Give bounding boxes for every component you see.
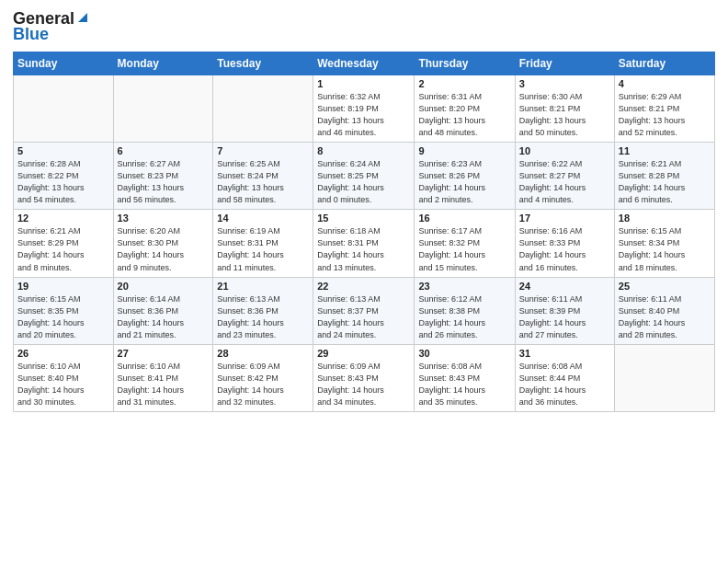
weekday-header-sunday: Sunday — [14, 52, 114, 75]
day-cell: 3Sunrise: 6:30 AM Sunset: 8:21 PM Daylig… — [515, 75, 614, 143]
day-number: 28 — [217, 348, 309, 359]
day-cell: 1Sunrise: 6:32 AM Sunset: 8:19 PM Daylig… — [313, 75, 415, 143]
day-cell — [113, 75, 213, 143]
week-row-4: 19Sunrise: 6:15 AM Sunset: 8:35 PM Dayli… — [14, 277, 715, 344]
day-number: 22 — [317, 281, 410, 292]
day-info: Sunrise: 6:12 AM Sunset: 8:38 PM Dayligh… — [418, 293, 510, 341]
day-info: Sunrise: 6:10 AM Sunset: 8:41 PM Dayligh… — [118, 361, 210, 408]
day-cell: 6Sunrise: 6:27 AM Sunset: 8:23 PM Daylig… — [113, 143, 213, 210]
day-number: 24 — [519, 281, 610, 292]
day-info: Sunrise: 6:22 AM Sunset: 8:27 PM Dayligh… — [519, 158, 610, 206]
day-cell: 26Sunrise: 6:10 AM Sunset: 8:40 PM Dayli… — [14, 344, 114, 411]
day-info: Sunrise: 6:15 AM Sunset: 8:35 PM Dayligh… — [17, 293, 109, 341]
day-info: Sunrise: 6:20 AM Sunset: 8:30 PM Dayligh… — [118, 225, 210, 273]
logo-triangle-icon — [76, 11, 89, 24]
weekday-header-saturday: Saturday — [614, 52, 714, 75]
day-cell — [614, 344, 714, 411]
day-info: Sunrise: 6:29 AM Sunset: 8:21 PM Dayligh… — [619, 91, 711, 139]
day-number: 6 — [118, 145, 210, 156]
day-cell: 22Sunrise: 6:13 AM Sunset: 8:37 PM Dayli… — [313, 277, 415, 344]
week-row-1: 1Sunrise: 6:32 AM Sunset: 8:19 PM Daylig… — [14, 75, 715, 143]
day-info: Sunrise: 6:11 AM Sunset: 8:40 PM Dayligh… — [619, 293, 711, 341]
day-number: 19 — [17, 281, 109, 292]
weekday-header-row: SundayMondayTuesdayWednesdayThursdayFrid… — [14, 52, 715, 75]
day-info: Sunrise: 6:11 AM Sunset: 8:39 PM Dayligh… — [519, 293, 610, 341]
day-info: Sunrise: 6:08 AM Sunset: 8:44 PM Dayligh… — [519, 361, 610, 408]
day-cell: 11Sunrise: 6:21 AM Sunset: 8:28 PM Dayli… — [614, 143, 714, 210]
day-cell: 31Sunrise: 6:08 AM Sunset: 8:44 PM Dayli… — [515, 344, 614, 411]
day-info: Sunrise: 6:24 AM Sunset: 8:25 PM Dayligh… — [317, 158, 410, 206]
day-cell: 8Sunrise: 6:24 AM Sunset: 8:25 PM Daylig… — [313, 143, 415, 210]
day-number: 18 — [619, 213, 711, 224]
weekday-header-wednesday: Wednesday — [313, 52, 415, 75]
week-row-2: 5Sunrise: 6:28 AM Sunset: 8:22 PM Daylig… — [14, 143, 715, 210]
calendar: SundayMondayTuesdayWednesdayThursdayFrid… — [13, 52, 715, 412]
day-cell: 16Sunrise: 6:17 AM Sunset: 8:32 PM Dayli… — [415, 210, 515, 277]
day-info: Sunrise: 6:25 AM Sunset: 8:24 PM Dayligh… — [217, 158, 309, 206]
day-number: 3 — [519, 78, 610, 89]
day-number: 5 — [17, 145, 109, 156]
day-cell: 18Sunrise: 6:15 AM Sunset: 8:34 PM Dayli… — [614, 210, 714, 277]
day-info: Sunrise: 6:19 AM Sunset: 8:31 PM Dayligh… — [217, 225, 309, 273]
day-cell: 27Sunrise: 6:10 AM Sunset: 8:41 PM Dayli… — [113, 344, 213, 411]
day-cell: 9Sunrise: 6:23 AM Sunset: 8:26 PM Daylig… — [415, 143, 515, 210]
day-cell: 19Sunrise: 6:15 AM Sunset: 8:35 PM Dayli… — [14, 277, 114, 344]
day-cell: 12Sunrise: 6:21 AM Sunset: 8:29 PM Dayli… — [14, 210, 114, 277]
weekday-header-monday: Monday — [113, 52, 213, 75]
svg-marker-0 — [78, 13, 87, 22]
day-cell: 23Sunrise: 6:12 AM Sunset: 8:38 PM Dayli… — [415, 277, 515, 344]
day-info: Sunrise: 6:30 AM Sunset: 8:21 PM Dayligh… — [519, 91, 610, 139]
day-info: Sunrise: 6:31 AM Sunset: 8:20 PM Dayligh… — [418, 91, 510, 139]
day-cell: 29Sunrise: 6:09 AM Sunset: 8:43 PM Dayli… — [313, 344, 415, 411]
day-number: 29 — [317, 348, 410, 359]
day-info: Sunrise: 6:23 AM Sunset: 8:26 PM Dayligh… — [418, 158, 510, 206]
day-info: Sunrise: 6:28 AM Sunset: 8:22 PM Dayligh… — [17, 158, 109, 206]
week-row-5: 26Sunrise: 6:10 AM Sunset: 8:40 PM Dayli… — [14, 344, 715, 411]
day-info: Sunrise: 6:10 AM Sunset: 8:40 PM Dayligh… — [17, 361, 109, 408]
day-cell: 25Sunrise: 6:11 AM Sunset: 8:40 PM Dayli… — [614, 277, 714, 344]
day-number: 31 — [519, 348, 610, 359]
day-cell: 4Sunrise: 6:29 AM Sunset: 8:21 PM Daylig… — [614, 75, 714, 143]
day-info: Sunrise: 6:09 AM Sunset: 8:42 PM Dayligh… — [217, 361, 309, 408]
day-info: Sunrise: 6:17 AM Sunset: 8:32 PM Dayligh… — [418, 225, 510, 273]
day-info: Sunrise: 6:21 AM Sunset: 8:29 PM Dayligh… — [17, 225, 109, 273]
day-cell: 17Sunrise: 6:16 AM Sunset: 8:33 PM Dayli… — [515, 210, 614, 277]
day-number: 9 — [418, 145, 510, 156]
day-info: Sunrise: 6:27 AM Sunset: 8:23 PM Dayligh… — [118, 158, 210, 206]
day-cell: 5Sunrise: 6:28 AM Sunset: 8:22 PM Daylig… — [14, 143, 114, 210]
day-cell: 2Sunrise: 6:31 AM Sunset: 8:20 PM Daylig… — [415, 75, 515, 143]
day-number: 16 — [418, 213, 510, 224]
day-cell: 20Sunrise: 6:14 AM Sunset: 8:36 PM Dayli… — [113, 277, 213, 344]
day-number: 10 — [519, 145, 610, 156]
day-cell: 28Sunrise: 6:09 AM Sunset: 8:42 PM Dayli… — [213, 344, 313, 411]
day-cell: 24Sunrise: 6:11 AM Sunset: 8:39 PM Dayli… — [515, 277, 614, 344]
day-number: 15 — [317, 213, 410, 224]
day-number: 11 — [619, 145, 711, 156]
day-number: 4 — [619, 78, 711, 89]
page: General Blue SundayMondayTuesdayWednesda… — [0, 0, 728, 563]
day-number: 20 — [118, 281, 210, 292]
day-number: 14 — [217, 213, 309, 224]
day-info: Sunrise: 6:18 AM Sunset: 8:31 PM Dayligh… — [317, 225, 410, 273]
weekday-header-thursday: Thursday — [415, 52, 515, 75]
weekday-header-friday: Friday — [515, 52, 614, 75]
day-info: Sunrise: 6:16 AM Sunset: 8:33 PM Dayligh… — [519, 225, 610, 273]
day-cell — [14, 75, 114, 143]
day-info: Sunrise: 6:08 AM Sunset: 8:43 PM Dayligh… — [418, 361, 510, 408]
day-number: 25 — [619, 281, 711, 292]
day-info: Sunrise: 6:32 AM Sunset: 8:19 PM Dayligh… — [317, 91, 410, 139]
day-number: 30 — [418, 348, 510, 359]
weekday-header-tuesday: Tuesday — [213, 52, 313, 75]
day-cell: 14Sunrise: 6:19 AM Sunset: 8:31 PM Dayli… — [213, 210, 313, 277]
day-number: 21 — [217, 281, 309, 292]
day-cell: 15Sunrise: 6:18 AM Sunset: 8:31 PM Dayli… — [313, 210, 415, 277]
day-cell: 21Sunrise: 6:13 AM Sunset: 8:36 PM Dayli… — [213, 277, 313, 344]
day-cell: 30Sunrise: 6:08 AM Sunset: 8:43 PM Dayli… — [415, 344, 515, 411]
day-number: 26 — [17, 348, 109, 359]
logo: General Blue — [13, 9, 89, 44]
day-info: Sunrise: 6:13 AM Sunset: 8:36 PM Dayligh… — [217, 293, 309, 341]
day-info: Sunrise: 6:09 AM Sunset: 8:43 PM Dayligh… — [317, 361, 410, 408]
day-info: Sunrise: 6:14 AM Sunset: 8:36 PM Dayligh… — [118, 293, 210, 341]
day-number: 17 — [519, 213, 610, 224]
day-number: 12 — [17, 213, 109, 224]
